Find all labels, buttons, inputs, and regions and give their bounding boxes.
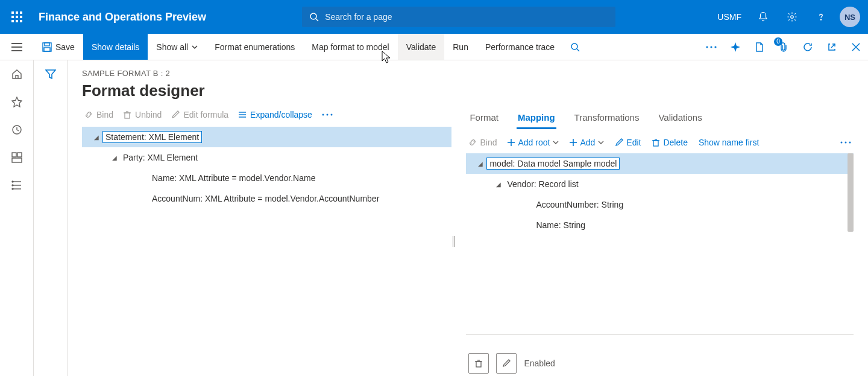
tree-node-model[interactable]: ◢model: Data model Sample model	[466, 153, 854, 174]
svg-rect-40	[125, 113, 130, 118]
svg-rect-17	[45, 43, 49, 46]
bind-button[interactable]: Bind	[84, 110, 113, 119]
tab-transformations[interactable]: Transformations	[573, 109, 641, 129]
attach-badge: 0	[774, 37, 782, 46]
top-header: Finance and Operations Preview Search fo…	[0, 0, 868, 34]
svg-point-38	[12, 188, 13, 190]
svg-line-10	[316, 19, 318, 21]
expand-collapse-button[interactable]: Expand/collapse	[238, 110, 312, 119]
tree-node-party[interactable]: ◢Party: XML Element	[82, 147, 451, 168]
svg-line-20	[577, 49, 579, 51]
show-details-button[interactable]: Show details	[83, 34, 148, 60]
svg-rect-55	[653, 141, 658, 146]
tree-node-accountnumber[interactable]: AccountNumber: String	[466, 194, 854, 215]
edit-button[interactable]: Edit	[615, 138, 641, 147]
workspaces-icon[interactable]	[0, 144, 33, 171]
page-icon[interactable]	[747, 34, 772, 60]
run-button[interactable]: Run	[444, 34, 477, 60]
company-code[interactable]: USMF	[711, 12, 747, 22]
svg-point-47	[326, 114, 328, 116]
save-button[interactable]: Save	[34, 34, 83, 60]
tree-node-name[interactable]: Name: String	[466, 215, 854, 235]
tree-node-accountnum[interactable]: AccountNum: XML Attribute = model.Vendor…	[82, 188, 451, 209]
svg-rect-3	[11, 16, 14, 18]
svg-rect-7	[16, 20, 18, 22]
save-icon	[42, 42, 52, 52]
close-icon[interactable]	[844, 34, 868, 60]
add-root-button[interactable]: Add root	[508, 138, 559, 147]
svg-point-21	[706, 46, 708, 48]
svg-rect-1	[16, 11, 18, 14]
attach-icon[interactable]: 0	[772, 34, 796, 60]
left-overflow-icon[interactable]	[322, 113, 333, 116]
format-tree: ◢Statement: XML Element ◢Party: XML Elem…	[82, 127, 451, 209]
left-nav-rail	[0, 60, 34, 376]
toolbar-search-icon[interactable]	[563, 34, 587, 60]
hamburger-icon[interactable]	[0, 34, 34, 60]
svg-point-22	[710, 46, 712, 48]
home-icon[interactable]	[0, 60, 33, 88]
gear-icon[interactable]	[779, 0, 805, 34]
prop-delete-button[interactable]	[468, 353, 489, 374]
show-name-first-button[interactable]: Show name first	[699, 138, 759, 147]
svg-point-60	[849, 142, 851, 144]
tree-node-name[interactable]: Name: XML Attribute = model.Vendor.Name	[82, 168, 451, 188]
validate-button[interactable]: Validate	[398, 34, 445, 60]
bell-icon[interactable]	[750, 0, 776, 34]
mapping-panel: Format Mapping Transformations Validatio…	[456, 106, 868, 376]
mapping-bind-button[interactable]: Bind	[468, 138, 497, 147]
map-format-button[interactable]: Map format to model	[303, 34, 397, 60]
user-avatar[interactable]: NS	[837, 0, 863, 34]
svg-rect-50	[454, 236, 455, 247]
unbind-button[interactable]: Unbind	[123, 110, 162, 119]
svg-point-9	[310, 13, 316, 19]
action-bar: Save Show details Show all Format enumer…	[0, 34, 868, 60]
options-icon[interactable]	[723, 34, 747, 60]
tab-mapping[interactable]: Mapping	[517, 109, 556, 129]
scrollbar[interactable]	[848, 153, 854, 232]
pencil-icon	[615, 138, 623, 147]
prop-edit-button[interactable]	[496, 353, 517, 374]
right-tabs: Format Mapping Transformations Validatio…	[466, 106, 854, 129]
add-button[interactable]: Add	[570, 138, 604, 147]
svg-rect-18	[44, 48, 50, 51]
svg-rect-8	[20, 20, 22, 22]
svg-point-12	[820, 19, 821, 20]
overflow-icon[interactable]	[699, 34, 723, 60]
svg-rect-5	[20, 16, 22, 18]
mapping-overflow-icon[interactable]	[840, 141, 851, 144]
tab-format[interactable]: Format	[468, 109, 500, 129]
breadcrumb: SAMPLE FORMAT B : 2	[82, 69, 854, 78]
tree-node-statement[interactable]: ◢Statement: XML Element	[82, 127, 451, 147]
recent-icon[interactable]	[0, 116, 33, 144]
tree-node-vendor[interactable]: ◢Vendor: Record list	[466, 174, 854, 194]
trash-icon	[652, 138, 660, 147]
link-icon	[84, 110, 93, 119]
modules-icon[interactable]	[0, 171, 33, 199]
svg-point-19	[571, 43, 577, 49]
page-title: Format designer	[82, 81, 854, 100]
svg-rect-0	[11, 11, 14, 14]
refresh-icon[interactable]	[796, 34, 820, 60]
delete-button[interactable]: Delete	[652, 138, 687, 147]
show-all-button[interactable]: Show all	[148, 34, 206, 60]
filter-rail	[34, 60, 68, 376]
waffle-icon[interactable]	[0, 0, 34, 34]
filter-icon[interactable]	[34, 60, 67, 88]
svg-point-46	[322, 114, 324, 116]
favorites-icon[interactable]	[0, 88, 33, 116]
svg-marker-28	[12, 97, 22, 107]
trash-icon	[123, 110, 131, 119]
svg-point-48	[330, 114, 332, 116]
plus-icon	[508, 139, 515, 146]
search-input[interactable]: Search for a page	[302, 7, 615, 27]
svg-marker-39	[46, 70, 55, 78]
format-enumerations-button[interactable]: Format enumerations	[206, 34, 303, 60]
help-icon[interactable]	[808, 0, 834, 34]
chevron-down-icon	[192, 44, 198, 50]
performance-trace-button[interactable]: Performance trace	[477, 34, 563, 60]
edit-formula-button[interactable]: Edit formula	[171, 110, 228, 119]
splitter-handle[interactable]	[451, 106, 456, 376]
tab-validations[interactable]: Validations	[657, 109, 703, 129]
popout-icon[interactable]	[820, 34, 844, 60]
